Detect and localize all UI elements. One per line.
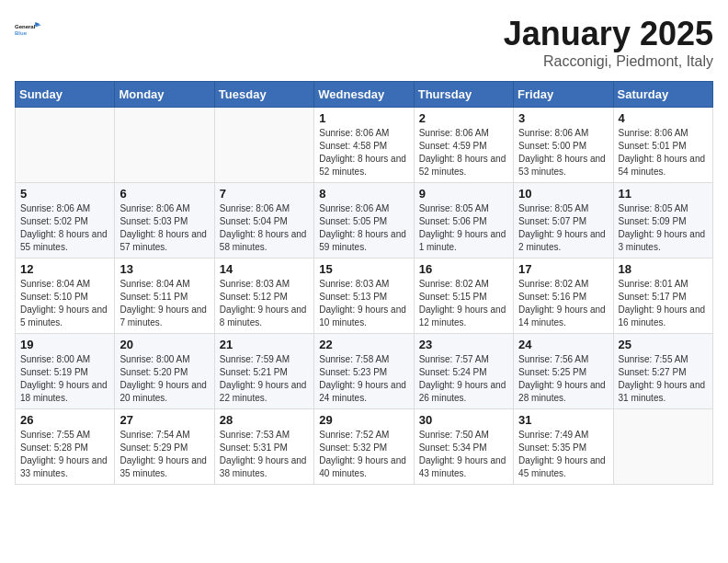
table-row: 13Sunrise: 8:04 AM Sunset: 5:11 PM Dayli… xyxy=(115,259,214,334)
table-row: 4Sunrise: 8:06 AM Sunset: 5:01 PM Daylig… xyxy=(613,108,712,183)
day-number: 1 xyxy=(319,111,408,125)
day-number: 21 xyxy=(220,338,309,351)
table-row: 7Sunrise: 8:06 AM Sunset: 5:04 PM Daylig… xyxy=(214,183,313,259)
header-thursday: Thursday xyxy=(414,82,513,108)
table-row: 5Sunrise: 8:06 AM Sunset: 5:02 PM Daylig… xyxy=(16,183,115,259)
day-number: 28 xyxy=(220,413,309,427)
day-info: Sunrise: 8:06 AM Sunset: 5:05 PM Dayligh… xyxy=(319,202,408,254)
table-row: 24Sunrise: 7:56 AM Sunset: 5:25 PM Dayli… xyxy=(514,334,613,409)
day-info: Sunrise: 8:04 AM Sunset: 5:11 PM Dayligh… xyxy=(119,278,209,329)
day-number: 11 xyxy=(619,187,708,201)
day-info: Sunrise: 8:03 AM Sunset: 5:13 PM Dayligh… xyxy=(319,278,408,329)
day-info: Sunrise: 8:00 AM Sunset: 5:20 PM Dayligh… xyxy=(119,353,209,405)
table-row: 8Sunrise: 8:06 AM Sunset: 5:05 PM Daylig… xyxy=(314,183,414,259)
table-row: 9Sunrise: 8:05 AM Sunset: 5:06 PM Daylig… xyxy=(414,183,513,259)
page-header: GeneralBlue January 2025 Racconigi, Pied… xyxy=(15,15,713,70)
day-info: Sunrise: 8:02 AM Sunset: 5:15 PM Dayligh… xyxy=(419,278,508,329)
day-number: 27 xyxy=(119,413,209,427)
day-number: 5 xyxy=(20,187,109,201)
day-info: Sunrise: 8:06 AM Sunset: 4:59 PM Dayligh… xyxy=(419,127,508,178)
calendar-week-row: 19Sunrise: 8:00 AM Sunset: 5:19 PM Dayli… xyxy=(16,334,713,409)
table-row: 26Sunrise: 7:55 AM Sunset: 5:28 PM Dayli… xyxy=(16,409,115,485)
day-info: Sunrise: 8:05 AM Sunset: 5:09 PM Dayligh… xyxy=(619,202,708,254)
day-info: Sunrise: 7:55 AM Sunset: 5:27 PM Dayligh… xyxy=(619,353,708,405)
day-info: Sunrise: 8:06 AM Sunset: 5:04 PM Dayligh… xyxy=(220,202,309,254)
table-row: 31Sunrise: 7:49 AM Sunset: 5:35 PM Dayli… xyxy=(514,409,613,485)
table-row: 23Sunrise: 7:57 AM Sunset: 5:24 PM Dayli… xyxy=(414,334,513,409)
table-row: 17Sunrise: 8:02 AM Sunset: 5:16 PM Dayli… xyxy=(514,259,613,334)
header-friday: Friday xyxy=(514,82,613,108)
day-info: Sunrise: 8:05 AM Sunset: 5:06 PM Dayligh… xyxy=(419,202,508,254)
day-info: Sunrise: 8:06 AM Sunset: 4:58 PM Dayligh… xyxy=(319,127,408,178)
table-row: 3Sunrise: 8:06 AM Sunset: 5:00 PM Daylig… xyxy=(514,108,613,183)
day-number: 10 xyxy=(518,187,608,201)
day-number: 22 xyxy=(319,338,408,351)
svg-text:General: General xyxy=(15,24,36,29)
table-row: 14Sunrise: 8:03 AM Sunset: 5:12 PM Dayli… xyxy=(214,259,313,334)
day-number: 2 xyxy=(419,111,508,125)
calendar-week-row: 26Sunrise: 7:55 AM Sunset: 5:28 PM Dayli… xyxy=(16,409,713,485)
title-area: January 2025 Racconigi, Piedmont, Italy xyxy=(504,15,713,70)
table-row: 2Sunrise: 8:06 AM Sunset: 4:59 PM Daylig… xyxy=(414,108,513,183)
calendar-title: January 2025 xyxy=(504,15,713,53)
table-row: 1Sunrise: 8:06 AM Sunset: 4:58 PM Daylig… xyxy=(314,108,414,183)
table-row xyxy=(214,108,313,183)
table-row: 18Sunrise: 8:01 AM Sunset: 5:17 PM Dayli… xyxy=(613,259,712,334)
day-number: 30 xyxy=(419,413,508,427)
day-info: Sunrise: 8:04 AM Sunset: 5:10 PM Dayligh… xyxy=(20,278,109,329)
day-info: Sunrise: 8:01 AM Sunset: 5:17 PM Dayligh… xyxy=(619,278,708,329)
table-row: 21Sunrise: 7:59 AM Sunset: 5:21 PM Dayli… xyxy=(214,334,313,409)
day-info: Sunrise: 7:52 AM Sunset: 5:32 PM Dayligh… xyxy=(319,429,408,480)
day-number: 26 xyxy=(20,413,109,427)
day-number: 24 xyxy=(518,338,608,351)
table-row: 29Sunrise: 7:52 AM Sunset: 5:32 PM Dayli… xyxy=(314,409,414,485)
calendar-subtitle: Racconigi, Piedmont, Italy xyxy=(504,53,713,70)
day-number: 29 xyxy=(319,413,408,427)
table-row: 12Sunrise: 8:04 AM Sunset: 5:10 PM Dayli… xyxy=(16,259,115,334)
day-number: 23 xyxy=(419,338,508,351)
table-row: 28Sunrise: 7:53 AM Sunset: 5:31 PM Dayli… xyxy=(214,409,313,485)
calendar-week-row: 5Sunrise: 8:06 AM Sunset: 5:02 PM Daylig… xyxy=(16,183,713,259)
day-info: Sunrise: 7:57 AM Sunset: 5:24 PM Dayligh… xyxy=(419,353,508,405)
calendar-header-row: Sunday Monday Tuesday Wednesday Thursday… xyxy=(16,82,713,108)
day-info: Sunrise: 7:56 AM Sunset: 5:25 PM Dayligh… xyxy=(518,353,608,405)
header-wednesday: Wednesday xyxy=(314,82,414,108)
day-number: 12 xyxy=(20,262,109,276)
day-info: Sunrise: 8:03 AM Sunset: 5:12 PM Dayligh… xyxy=(220,278,309,329)
table-row: 11Sunrise: 8:05 AM Sunset: 5:09 PM Dayli… xyxy=(613,183,712,259)
day-number: 13 xyxy=(119,262,209,276)
table-row xyxy=(613,409,712,485)
table-row: 22Sunrise: 7:58 AM Sunset: 5:23 PM Dayli… xyxy=(314,334,414,409)
table-row: 19Sunrise: 8:00 AM Sunset: 5:19 PM Dayli… xyxy=(16,334,115,409)
day-number: 3 xyxy=(518,111,608,125)
day-info: Sunrise: 7:49 AM Sunset: 5:35 PM Dayligh… xyxy=(518,429,608,480)
day-info: Sunrise: 7:53 AM Sunset: 5:31 PM Dayligh… xyxy=(220,429,309,480)
svg-text:Blue: Blue xyxy=(15,30,28,36)
header-sunday: Sunday xyxy=(16,82,115,108)
table-row: 10Sunrise: 8:05 AM Sunset: 5:07 PM Dayli… xyxy=(514,183,613,259)
day-number: 17 xyxy=(518,262,608,276)
day-info: Sunrise: 8:05 AM Sunset: 5:07 PM Dayligh… xyxy=(518,202,608,254)
calendar-week-row: 12Sunrise: 8:04 AM Sunset: 5:10 PM Dayli… xyxy=(16,259,713,334)
day-info: Sunrise: 8:06 AM Sunset: 5:03 PM Dayligh… xyxy=(119,202,209,254)
day-info: Sunrise: 7:59 AM Sunset: 5:21 PM Dayligh… xyxy=(220,353,309,405)
day-number: 15 xyxy=(319,262,408,276)
table-row xyxy=(16,108,115,183)
header-saturday: Saturday xyxy=(613,82,712,108)
day-number: 8 xyxy=(319,187,408,201)
day-number: 9 xyxy=(419,187,508,201)
logo: GeneralBlue xyxy=(15,15,44,44)
table-row: 27Sunrise: 7:54 AM Sunset: 5:29 PM Dayli… xyxy=(115,409,214,485)
day-info: Sunrise: 8:06 AM Sunset: 5:00 PM Dayligh… xyxy=(518,127,608,178)
logo-icon: GeneralBlue xyxy=(15,15,44,44)
day-info: Sunrise: 7:55 AM Sunset: 5:28 PM Dayligh… xyxy=(20,429,109,480)
header-tuesday: Tuesday xyxy=(214,82,313,108)
day-number: 25 xyxy=(619,338,708,351)
table-row: 25Sunrise: 7:55 AM Sunset: 5:27 PM Dayli… xyxy=(613,334,712,409)
day-number: 16 xyxy=(419,262,508,276)
table-row: 16Sunrise: 8:02 AM Sunset: 5:15 PM Dayli… xyxy=(414,259,513,334)
calendar-table: Sunday Monday Tuesday Wednesday Thursday… xyxy=(15,81,713,485)
day-info: Sunrise: 7:50 AM Sunset: 5:34 PM Dayligh… xyxy=(419,429,508,480)
table-row: 6Sunrise: 8:06 AM Sunset: 5:03 PM Daylig… xyxy=(115,183,214,259)
day-number: 20 xyxy=(119,338,209,351)
